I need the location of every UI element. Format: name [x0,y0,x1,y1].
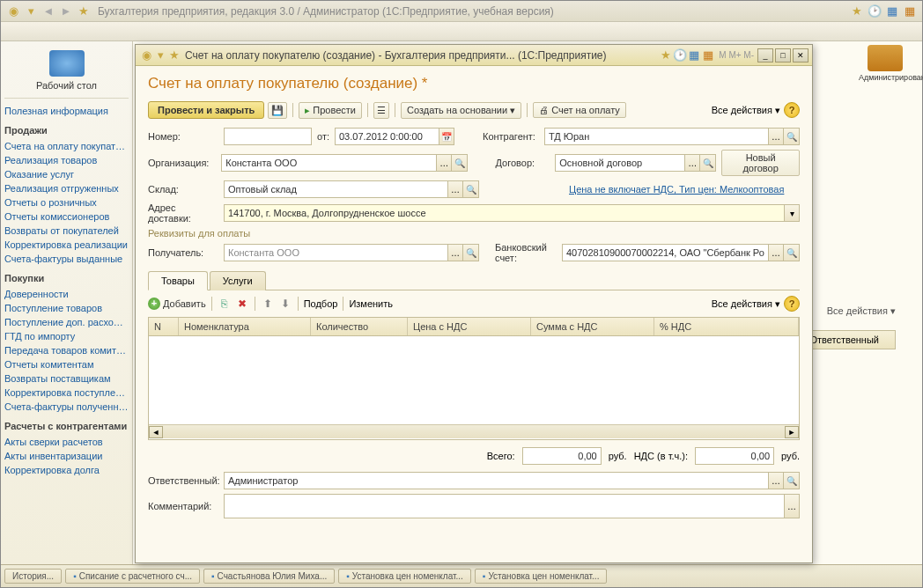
contract-input[interactable] [555,154,684,172]
dropdown-icon[interactable]: ▾ [153,48,167,62]
nav-link[interactable]: Реализация товаров [4,153,129,167]
nav-link[interactable]: ГТД по импорту [4,329,129,343]
search-icon[interactable]: 🔍 [452,154,468,172]
nav-fwd-icon[interactable]: ► [59,4,73,18]
col-qty[interactable]: Количество [311,318,408,335]
calendar-icon[interactable]: 📅 [439,128,454,145]
nav-link[interactable]: Поступление товаров [4,301,129,315]
back-all-actions[interactable]: Все действия ▾ [827,305,896,317]
tab-goods[interactable]: Товары [148,271,208,290]
search-icon[interactable]: 🔍 [463,180,479,198]
grid-scrollbar[interactable]: ◄ ► [149,424,799,438]
structure-button[interactable]: ☰ [373,102,389,119]
move-down-icon[interactable]: ⬇ [278,297,292,311]
col-price-vat[interactable]: Цена с НДС [408,318,531,335]
calendar-icon[interactable]: ▦ [903,4,917,18]
all-actions-button[interactable]: Все действия ▾ [712,105,780,116]
nav-link[interactable]: Реализация отгруженных [4,181,129,195]
useful-info-link[interactable]: Полезная информация [4,104,129,118]
add-row-button[interactable]: +Добавить [148,298,206,310]
nav-link[interactable]: Акты сверки расчетов [4,435,129,449]
selection-button[interactable]: Подбор [304,298,338,309]
calc-icon[interactable]: ▦ [687,48,701,62]
comment-input[interactable] [224,494,784,518]
delete-icon[interactable]: ✖ [235,297,249,311]
scroll-right-icon[interactable]: ► [785,426,799,438]
scroll-left-icon[interactable]: ◄ [149,426,163,438]
search-icon[interactable]: 🔍 [784,128,800,145]
search-icon[interactable]: 🔍 [700,154,716,172]
nav-link[interactable]: Оказание услуг [4,167,129,181]
nav-link[interactable]: Акты инвентаризации [4,449,129,463]
select-button[interactable]: … [447,180,463,198]
dropdown-icon[interactable]: ▾ [24,4,38,18]
help-button[interactable]: ? [784,102,800,118]
nav-link[interactable]: Поступление доп. расходов [4,315,129,329]
contractor-input[interactable] [544,128,768,145]
fav-icon[interactable]: ★ [850,4,864,18]
col-n[interactable]: N [149,318,179,335]
col-sum-vat[interactable]: Сумма с НДС [531,318,654,335]
nav-link[interactable]: Счета-фактуры полученные [4,400,129,414]
nav-link[interactable]: Счета-фактуры выданные [4,252,129,266]
print-button[interactable]: 🖨Счет на оплату [533,102,626,118]
responsible-input[interactable] [224,472,768,489]
nav-link[interactable]: Отчеты о розничных [4,195,129,209]
create-based-button[interactable]: Создать на основании ▾ [401,102,521,119]
help-button[interactable]: ? [784,296,800,312]
nav-link[interactable]: Возвраты от покупателей [4,224,129,238]
minimize-button[interactable]: _ [757,48,773,62]
delivery-input[interactable] [224,204,784,222]
nav-link[interactable]: Возвраты поставщикам [4,371,129,386]
number-input[interactable] [224,128,312,145]
nav-link[interactable]: Корректировка поступления [4,386,129,400]
select-button[interactable]: … [784,494,800,518]
taskbar-item[interactable]: ▪Счастьянова Юлия Миха... [203,569,335,584]
grid-body[interactable] [149,336,799,424]
tab-services[interactable]: Услуги [210,271,266,290]
new-contract-button[interactable]: Новый договор [721,150,800,176]
history-icon[interactable]: 🕑 [868,4,882,18]
calc-icon[interactable]: ▦ [885,4,899,18]
copy-icon[interactable]: ⎘ [218,297,232,311]
calendar-icon[interactable]: ▦ [701,48,715,62]
taskbar-item[interactable]: ▪Установка цен номенклат... [475,569,608,584]
close-button[interactable]: ✕ [793,48,809,62]
nav-link[interactable]: Доверенности [4,287,129,301]
admin-button[interactable]: Администрирование [859,45,912,82]
search-icon[interactable]: 🔍 [784,472,800,489]
post-button[interactable]: ▸Провести [299,102,362,119]
select-button[interactable]: … [768,128,784,145]
post-and-close-button[interactable]: Провести и закрыть [148,101,264,119]
grid-all-actions[interactable]: Все действия ▾ [712,298,780,310]
history-icon[interactable]: 🕑 [673,48,687,62]
select-button[interactable]: … [684,154,700,172]
search-icon[interactable]: 🔍 [463,244,479,261]
save-button[interactable]: 💾 [268,102,287,119]
col-nomenclature[interactable]: Номенклатура [179,318,311,335]
goods-grid[interactable]: N Номенклатура Количество Цена с НДС Сум… [148,317,800,440]
select-button[interactable]: … [447,244,463,261]
nav-link[interactable]: Корректировка долга [4,463,129,477]
nav-link[interactable]: Отчеты комитентам [4,357,129,371]
nav-link[interactable]: Отчеты комиссионеров [4,209,129,224]
date-input[interactable] [335,128,439,145]
taskbar-item[interactable]: ▪Установка цен номенклат... [338,569,471,584]
star-icon[interactable]: ★ [77,4,91,18]
star-icon[interactable]: ★ [167,48,181,62]
history-button[interactable]: История... [4,569,62,584]
select-button[interactable]: … [768,472,784,489]
nav-link[interactable]: Передача товаров комитенту [4,343,129,357]
search-icon[interactable]: 🔍 [784,244,800,261]
nav-back-icon[interactable]: ◄ [41,4,55,18]
desktop-button[interactable]: Рабочий стол [4,47,129,99]
fav-icon[interactable]: ★ [659,48,673,62]
change-button[interactable]: Изменить [349,298,393,309]
recipient-input[interactable] [224,244,447,261]
bank-input[interactable] [562,244,768,261]
warehouse-input[interactable] [224,180,447,198]
taskbar-item[interactable]: ▪Списание с расчетного сч... [65,569,200,584]
price-type-link[interactable]: Цена не включает НДС, Тип цен: Мелкоопто… [569,184,784,195]
dropdown-icon[interactable]: ▾ [784,204,800,222]
col-vat-pct[interactable]: % НДС [654,318,799,335]
